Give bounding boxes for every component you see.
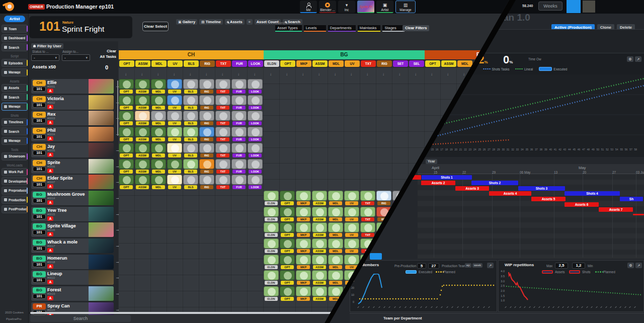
task-cell-elder-sprite-opt[interactable]: OPT [119, 175, 134, 189]
sort-arrow-icon[interactable]: ↓ [189, 72, 191, 76]
task-cell-whack-a-mole-uv[interactable]: UV [344, 238, 359, 253]
sidebar-item-team[interactable]: Team [2, 25, 28, 33]
task-cell-rex-uv[interactable]: UV [167, 111, 182, 125]
task-cell-rex-bls[interactable]: BLS [183, 111, 198, 125]
sort-arrow-icon[interactable]: ↓ [205, 72, 207, 76]
sort-arrow-icon[interactable]: ↓ [270, 72, 272, 76]
nav-button-sprite-fr[interactable]: Sprite Fr [357, 1, 374, 13]
task-cell-victoria-fur[interactable]: FUR [231, 95, 247, 110]
task-cell-mushroom-grove-mkp[interactable]: MKP [296, 191, 311, 205]
task-cell-victoria-uv[interactable]: UV [167, 95, 182, 110]
task-cell-victoria-assm[interactable]: ASSM [135, 95, 150, 110]
task-cell-rex-opt[interactable]: OPT [119, 111, 134, 125]
task-cell-sprite-village-assm[interactable]: ASSM [312, 222, 327, 237]
task-cell-yew-tree-mkp[interactable]: MKP [296, 207, 311, 221]
task-cell-jay-uv[interactable]: UV [167, 143, 182, 157]
task-cell-phil-opt[interactable]: OPT [119, 127, 134, 141]
task-cell-mushroom-grove-txt[interactable]: TXT [360, 191, 375, 205]
task-cell-lineup-mkp[interactable]: MKP [296, 270, 311, 285]
task-cell-jay-txt[interactable]: TXT [215, 143, 230, 157]
sort-arrow-icon[interactable]: ↓ [254, 72, 256, 76]
asset-row-phil[interactable]: CH101Phil#0004A→ [31, 127, 114, 141]
task-cell-elder-sprite-assm[interactable]: ASSM [135, 175, 150, 189]
task-cell-elder-sprite-fur[interactable]: FUR [231, 175, 247, 189]
task-cell-jay-mdl[interactable]: MDL [151, 143, 166, 157]
sidebar-item-development[interactable]: Development [2, 177, 28, 185]
ep-toggle[interactable]: ep [465, 263, 471, 268]
asset-row-forest[interactable]: BG101Forest#0023A→ [31, 286, 114, 301]
sidebar-item-production[interactable]: Production [2, 196, 28, 204]
filter-chip-stages[interactable]: Stages [382, 25, 405, 32]
sort-arrow-icon[interactable]: ↓ [431, 72, 433, 76]
sort-arrow-icon[interactable]: ↓ [237, 72, 239, 76]
sort-arrow-icon[interactable]: ↓ [415, 72, 417, 76]
task-cell-victoria-txt[interactable]: TXT [215, 95, 230, 110]
column-header-ch-rig[interactable]: RIG [200, 60, 215, 67]
task-cell-whack-a-mole-mkp[interactable]: MKP [296, 238, 311, 253]
task-cell-yew-tree-txt[interactable]: TXT [360, 207, 375, 221]
task-cell-ellie-assm[interactable]: ASSM [135, 79, 150, 94]
column-header-bg-rig[interactable]: RIG [377, 60, 392, 67]
task-cell-forest-eldn[interactable]: ELDN [264, 286, 279, 301]
task-cell-jay-fur[interactable]: FUR [231, 143, 247, 157]
task-cell-elder-sprite-bls[interactable]: BLS [183, 175, 198, 189]
sort-arrow-icon[interactable]: ↓ [447, 72, 449, 76]
task-cell-yew-tree-eldn[interactable]: ELDN [264, 207, 279, 221]
gantt-bar-assets-5[interactable]: Assets 5 [531, 197, 566, 201]
sort-arrow-icon[interactable]: ↓ [221, 72, 223, 76]
column-header-ch-bls[interactable]: BLS [184, 60, 199, 67]
clear-select-button[interactable]: Clear Select [142, 22, 169, 31]
asset-row-victoria[interactable]: CH101Victoria#0002A→ [31, 95, 114, 110]
task-cell-ellie-txt[interactable]: TXT [215, 79, 230, 94]
task-cell-sprite-look[interactable]: LOOK [248, 159, 263, 174]
task-cell-sprite-mdl[interactable]: MDL [151, 159, 166, 174]
task-cell-forest-assm[interactable]: ASSM [312, 286, 327, 301]
clear-filters-button[interactable]: Clear Filters [403, 25, 429, 31]
sort-arrow-icon[interactable]: ↓ [382, 72, 384, 76]
column-header-bg-txt[interactable]: TXT [361, 60, 376, 67]
gantt-bar-assets-6[interactable]: Assets 6 [565, 202, 599, 207]
task-cell-mushroom-grove-eldn[interactable]: ELDN [264, 191, 279, 205]
search-input[interactable]: Search [30, 315, 131, 322]
task-cell-victoria-look[interactable]: LOOK [248, 95, 263, 110]
task-cell-rex-rig[interactable]: RIG [199, 111, 214, 125]
task-cell-victoria-opt[interactable]: OPT [119, 95, 134, 110]
task-cell-phil-txt[interactable]: TXT [215, 127, 230, 141]
column-header-bg-eldn[interactable]: ELDN [264, 60, 279, 67]
export-icon[interactable]: ↗ [635, 263, 642, 268]
sidebar-item-search[interactable]: Search [2, 93, 28, 101]
sort-arrow-icon[interactable]: ↓ [302, 72, 304, 76]
task-cell-elder-sprite-uv[interactable]: UV [167, 175, 182, 189]
status-select[interactable]: -▾ [31, 54, 59, 61]
task-cell-sprite-fur[interactable]: FUR [231, 159, 247, 174]
task-cell-sprite-village-eldn[interactable]: ELDN [264, 222, 279, 237]
task-cell-ellie-look[interactable]: LOOK [248, 79, 263, 94]
column-header-ch-assm[interactable]: ASSM [135, 60, 150, 67]
task-cell-yew-tree-assm[interactable]: ASSM [312, 207, 327, 221]
task-cell-sprite-uv[interactable]: UV [167, 159, 182, 174]
task-cell-sprite-rig[interactable]: RIG [199, 159, 214, 174]
episode-card[interactable]: 101 ▾ Nature Sprint Fright [29, 16, 132, 38]
task-cell-elder-sprite-mdl[interactable]: MDL [151, 175, 166, 189]
task-cell-mushroom-grove-rig[interactable]: RIG [376, 191, 391, 205]
asset-list-scrollbar[interactable] [117, 80, 118, 136]
sidebar-item-work-full[interactable]: Work Full [2, 168, 28, 176]
asset-row-ellie[interactable]: CH101Ellie#0001A→ [31, 79, 114, 94]
asset-row-rex[interactable]: CH101Rex#0003A→ [31, 111, 114, 125]
sort-arrow-icon[interactable]: ↓ [366, 72, 368, 76]
sidebar-item-manage[interactable]: Manage [2, 68, 28, 76]
column-header-bg-uv[interactable]: UV [345, 60, 360, 67]
max-value-field[interactable]: 2,5 [555, 263, 568, 269]
task-cell-forest-mkp[interactable]: MKP [296, 286, 311, 301]
task-cell-jay-opt[interactable]: OPT [119, 143, 134, 157]
grid-hscrollbar-thumb[interactable] [30, 312, 342, 314]
task-cell-ellie-opt[interactable]: OPT [119, 79, 134, 94]
sort-arrow-icon[interactable]: ↓ [463, 72, 465, 76]
task-cell-homerun-opt[interactable]: OPT [280, 255, 295, 269]
task-cell-ellie-mdl[interactable]: MDL [151, 79, 166, 94]
task-cell-mushroom-grove-uv[interactable]: UV [344, 191, 359, 205]
sidebar-item-preproducci[interactable]: Preproducci... [2, 187, 28, 195]
task-cell-sprite-village-opt[interactable]: OPT [280, 222, 295, 237]
asset-row-mushroom-grove[interactable]: BG101Mushroom Grove#0014A→ [31, 191, 114, 205]
task-cell-sprite-txt[interactable]: TXT [215, 159, 230, 174]
